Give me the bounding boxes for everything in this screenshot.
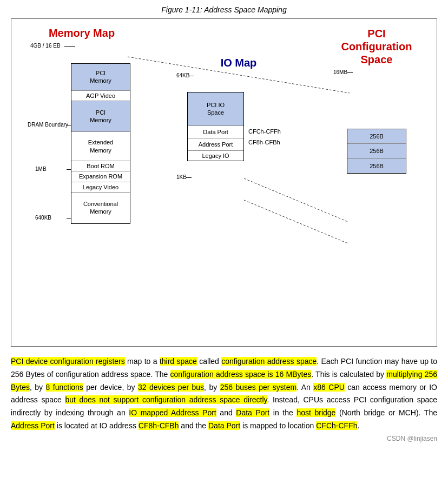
svg-line-1 [244,178,348,222]
highlight-data-port-2: Data Port [208,421,240,430]
label-640kb: 640KB [35,215,51,221]
io-block-legacy-io: Legacy IO [188,151,243,161]
mm-block-legacy-video: Legacy Video [71,182,130,193]
io-map-stack: PCI IOSpace Data Port Address Port Legac… [187,92,244,161]
pci-block-256b-2: 256B [347,144,406,158]
io-block-address-port: Address Port [188,138,243,151]
svg-line-2 [244,200,348,243]
io-map-container: IO Map 64KB PCI IOSpace Data Port Addres… [176,57,301,71]
mm-block-boot-rom: Boot ROM [71,161,130,171]
io-block-data-port: Data Port [188,126,243,138]
io-block-pci-io-space: PCI IOSpace [188,92,243,126]
highlight-cfch-cffh-text: CFCh-CFFh [316,421,357,430]
highlight-config-16mb: configuration address space is 16 MBytes [170,370,312,379]
highlight-third-space: third space [160,357,197,366]
highlight-8-functions: 8 functions [46,383,83,392]
highlight-x86-cpu: x86 CPU [313,383,345,392]
memory-map-container: Memory Map 4GB / 16 EB PCIMemory AGP Vid… [28,27,136,42]
highlight-pci-registers: PCI device configuration registers [11,357,125,366]
label-64kb: 64KB [176,72,189,78]
label-16mb: 16MB [333,69,347,75]
diagram-box: Memory Map 4GB / 16 EB PCIMemory AGP Vid… [11,18,437,347]
memory-map-title: Memory Map [28,27,136,39]
highlight-data-port-1: Data Port [236,408,269,417]
label-1kb: 1KB [176,174,187,180]
csdn-site: CSDN [387,435,405,442]
highlight-config-address-space-1: configuration address space [221,357,317,366]
mm-block-pci-memory-1: PCIMemory [71,64,130,91]
mm-block-extended-memory: ExtendedMemory [71,132,130,161]
mm-block-expansion-rom: Expansion ROM [71,171,130,182]
highlight-address-port-2: Address Port [11,421,55,430]
label-1mb: 1MB [35,166,47,172]
label-dram-boundary: DRAM Boundary [28,122,68,128]
label-cfch-cffh: CFCh-CFFh [248,128,281,135]
highlight-host-bridge: host bridge [297,408,335,417]
pci-config-title: PCIConfigurationSpace [333,27,420,66]
mm-block-conventional-memory: ConventionalMemory [71,193,130,223]
pci-config-stack: 256B 256B 256B [347,129,406,174]
figure-title: Figure 1-11: Address Space Mapping [11,5,437,14]
credits: CSDN @linjiasen [11,435,437,442]
highlight-cf8h-cfbh-text: CF8h-CFBh [139,421,179,430]
highlight-32-devices: 32 devices per bus [138,383,204,392]
mm-block-agp-video: AGP Video [71,91,130,101]
memory-map-stack: PCIMemory AGP Video PCIMemory ExtendedMe… [71,63,130,224]
text-content: PCI device configuration registers map t… [11,355,437,433]
label-cf8h-cfbh: CF8h-CFBh [248,139,280,145]
io-map-title: IO Map [176,57,301,69]
pci-block-256b-1: 256B [347,129,406,144]
highlight-does-not-support: but does not support configuration addre… [65,395,267,404]
pci-block-256b-3: 256B [347,159,406,173]
csdn-author: @linjiasen [407,435,437,442]
mm-block-pci-memory-2: PCIMemory [71,101,130,132]
highlight-256-buses: 256 buses per system [220,383,297,392]
pci-config-container: PCIConfigurationSpace 16MB 256B 256B 256… [333,27,420,68]
diagram-inner: Memory Map 4GB / 16 EB PCIMemory AGP Vid… [22,27,444,335]
label-4gb: 4GB / 16 EB [30,43,61,49]
highlight-io-mapped-address-port: IO mapped Address Port [129,408,216,417]
